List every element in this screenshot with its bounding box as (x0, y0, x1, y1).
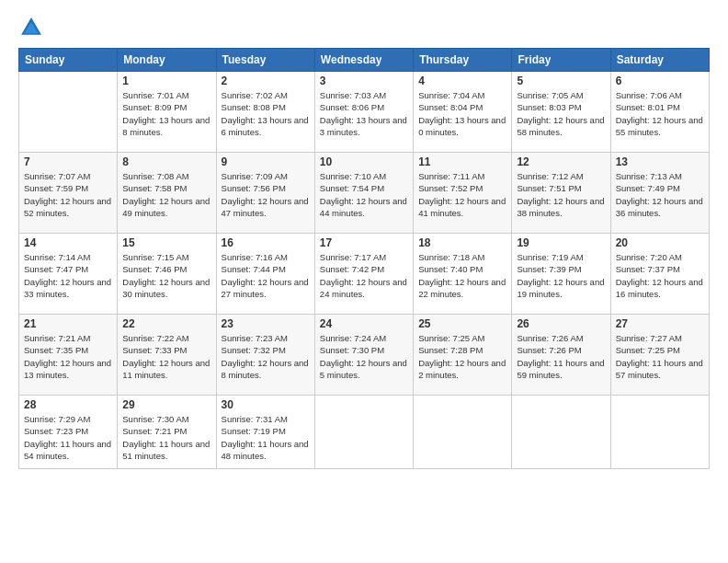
day-info: Sunrise: 7:11 AMSunset: 7:52 PMDaylight:… (418, 170, 506, 219)
week-row: 21Sunrise: 7:21 AMSunset: 7:35 PMDayligh… (19, 315, 710, 396)
day-cell: 28Sunrise: 7:29 AMSunset: 7:23 PMDayligh… (19, 396, 118, 469)
logo (18, 15, 48, 40)
day-cell: 9Sunrise: 7:09 AMSunset: 7:56 PMDaylight… (216, 153, 314, 234)
day-info: Sunrise: 7:08 AMSunset: 7:58 PMDaylight:… (122, 170, 210, 219)
day-info: Sunrise: 7:15 AMSunset: 7:46 PMDaylight:… (122, 251, 210, 300)
day-cell: 27Sunrise: 7:27 AMSunset: 7:25 PMDayligh… (610, 315, 709, 396)
day-cell: 15Sunrise: 7:15 AMSunset: 7:46 PMDayligh… (118, 234, 216, 315)
day-info: Sunrise: 7:09 AMSunset: 7:56 PMDaylight:… (222, 170, 310, 219)
day-info: Sunrise: 7:22 AMSunset: 7:33 PMDaylight:… (122, 332, 210, 381)
day-cell (610, 396, 709, 469)
day-info: Sunrise: 7:17 AMSunset: 7:42 PMDaylight:… (320, 251, 408, 300)
day-number: 11 (418, 155, 506, 168)
day-number: 26 (517, 317, 605, 330)
day-number: 12 (517, 155, 605, 168)
day-info: Sunrise: 7:10 AMSunset: 7:54 PMDaylight:… (320, 170, 408, 219)
day-number: 7 (24, 155, 112, 168)
day-cell (314, 396, 413, 469)
day-info: Sunrise: 7:13 AMSunset: 7:49 PMDaylight:… (616, 170, 704, 219)
day-number: 13 (616, 155, 704, 168)
day-cell: 8Sunrise: 7:08 AMSunset: 7:58 PMDaylight… (118, 153, 216, 234)
day-cell: 17Sunrise: 7:17 AMSunset: 7:42 PMDayligh… (314, 234, 413, 315)
day-number: 29 (122, 398, 210, 411)
day-header: Monday (118, 49, 216, 72)
day-info: Sunrise: 7:29 AMSunset: 7:23 PMDaylight:… (24, 413, 112, 462)
day-cell: 18Sunrise: 7:18 AMSunset: 7:40 PMDayligh… (414, 234, 512, 315)
day-cell: 16Sunrise: 7:16 AMSunset: 7:44 PMDayligh… (216, 234, 314, 315)
day-cell: 14Sunrise: 7:14 AMSunset: 7:47 PMDayligh… (19, 234, 118, 315)
day-number: 30 (222, 398, 310, 411)
day-info: Sunrise: 7:30 AMSunset: 7:21 PMDaylight:… (122, 413, 210, 462)
calendar-header: SundayMondayTuesdayWednesdayThursdayFrid… (19, 49, 710, 72)
day-cell: 25Sunrise: 7:25 AMSunset: 7:28 PMDayligh… (414, 315, 512, 396)
day-cell: 29Sunrise: 7:30 AMSunset: 7:21 PMDayligh… (118, 396, 216, 469)
week-row: 28Sunrise: 7:29 AMSunset: 7:23 PMDayligh… (19, 396, 710, 469)
day-info: Sunrise: 7:01 AMSunset: 8:09 PMDaylight:… (122, 89, 210, 138)
day-info: Sunrise: 7:16 AMSunset: 7:44 PMDaylight:… (222, 251, 310, 300)
calendar-body: 1Sunrise: 7:01 AMSunset: 8:09 PMDaylight… (19, 72, 710, 469)
day-cell: 11Sunrise: 7:11 AMSunset: 7:52 PMDayligh… (414, 153, 512, 234)
day-number: 14 (24, 236, 112, 249)
day-number: 15 (122, 236, 210, 249)
day-info: Sunrise: 7:06 AMSunset: 8:01 PMDaylight:… (616, 89, 704, 138)
day-number: 19 (517, 236, 605, 249)
day-cell: 23Sunrise: 7:23 AMSunset: 7:32 PMDayligh… (216, 315, 314, 396)
day-cell: 20Sunrise: 7:20 AMSunset: 7:37 PMDayligh… (610, 234, 709, 315)
day-header: Friday (512, 49, 610, 72)
day-info: Sunrise: 7:27 AMSunset: 7:25 PMDaylight:… (616, 332, 704, 381)
day-cell: 22Sunrise: 7:22 AMSunset: 7:33 PMDayligh… (118, 315, 216, 396)
day-number: 5 (517, 75, 605, 87)
day-info: Sunrise: 7:20 AMSunset: 7:37 PMDaylight:… (616, 251, 704, 300)
day-number: 25 (418, 317, 506, 330)
page: SundayMondayTuesdayWednesdayThursdayFrid… (0, 0, 728, 563)
day-info: Sunrise: 7:25 AMSunset: 7:28 PMDaylight:… (418, 332, 506, 381)
day-header: Saturday (610, 49, 709, 72)
day-cell: 2Sunrise: 7:02 AMSunset: 8:08 PMDaylight… (216, 72, 314, 153)
day-number: 10 (320, 155, 408, 168)
day-cell: 21Sunrise: 7:21 AMSunset: 7:35 PMDayligh… (19, 315, 118, 396)
day-number: 17 (320, 236, 408, 249)
day-cell: 24Sunrise: 7:24 AMSunset: 7:30 PMDayligh… (314, 315, 413, 396)
day-info: Sunrise: 7:19 AMSunset: 7:39 PMDaylight:… (517, 251, 605, 300)
day-info: Sunrise: 7:02 AMSunset: 8:08 PMDaylight:… (222, 89, 310, 138)
day-cell: 6Sunrise: 7:06 AMSunset: 8:01 PMDaylight… (610, 72, 709, 153)
day-cell: 3Sunrise: 7:03 AMSunset: 8:06 PMDaylight… (314, 72, 413, 153)
day-info: Sunrise: 7:24 AMSunset: 7:30 PMDaylight:… (320, 332, 408, 381)
day-info: Sunrise: 7:23 AMSunset: 7:32 PMDaylight:… (222, 332, 310, 381)
day-cell: 19Sunrise: 7:19 AMSunset: 7:39 PMDayligh… (512, 234, 610, 315)
day-header: Sunday (19, 49, 118, 72)
header (18, 15, 710, 40)
day-cell (512, 396, 610, 469)
calendar: SundayMondayTuesdayWednesdayThursdayFrid… (18, 48, 710, 469)
day-number: 18 (418, 236, 506, 249)
day-cell: 30Sunrise: 7:31 AMSunset: 7:19 PMDayligh… (216, 396, 314, 469)
day-number: 1 (122, 75, 210, 87)
day-number: 20 (616, 236, 704, 249)
day-info: Sunrise: 7:12 AMSunset: 7:51 PMDaylight:… (517, 170, 605, 219)
day-header: Wednesday (314, 49, 413, 72)
day-cell (19, 72, 118, 153)
logo-icon (18, 15, 44, 40)
day-cell: 10Sunrise: 7:10 AMSunset: 7:54 PMDayligh… (314, 153, 413, 234)
day-number: 9 (222, 155, 310, 168)
day-info: Sunrise: 7:18 AMSunset: 7:40 PMDaylight:… (418, 251, 506, 300)
header-row: SundayMondayTuesdayWednesdayThursdayFrid… (19, 49, 710, 72)
week-row: 7Sunrise: 7:07 AMSunset: 7:59 PMDaylight… (19, 153, 710, 234)
day-number: 4 (418, 75, 506, 87)
day-cell: 26Sunrise: 7:26 AMSunset: 7:26 PMDayligh… (512, 315, 610, 396)
day-info: Sunrise: 7:05 AMSunset: 8:03 PMDaylight:… (517, 89, 605, 138)
day-cell (414, 396, 512, 469)
day-number: 27 (616, 317, 704, 330)
week-row: 1Sunrise: 7:01 AMSunset: 8:09 PMDaylight… (19, 72, 710, 153)
day-info: Sunrise: 7:14 AMSunset: 7:47 PMDaylight:… (24, 251, 112, 300)
day-number: 8 (122, 155, 210, 168)
day-info: Sunrise: 7:31 AMSunset: 7:19 PMDaylight:… (222, 413, 310, 462)
day-cell: 7Sunrise: 7:07 AMSunset: 7:59 PMDaylight… (19, 153, 118, 234)
day-cell: 12Sunrise: 7:12 AMSunset: 7:51 PMDayligh… (512, 153, 610, 234)
day-number: 3 (320, 75, 408, 87)
day-info: Sunrise: 7:04 AMSunset: 8:04 PMDaylight:… (418, 89, 506, 138)
day-info: Sunrise: 7:07 AMSunset: 7:59 PMDaylight:… (24, 170, 112, 219)
day-cell: 4Sunrise: 7:04 AMSunset: 8:04 PMDaylight… (414, 72, 512, 153)
day-header: Thursday (414, 49, 512, 72)
day-number: 2 (222, 75, 310, 87)
